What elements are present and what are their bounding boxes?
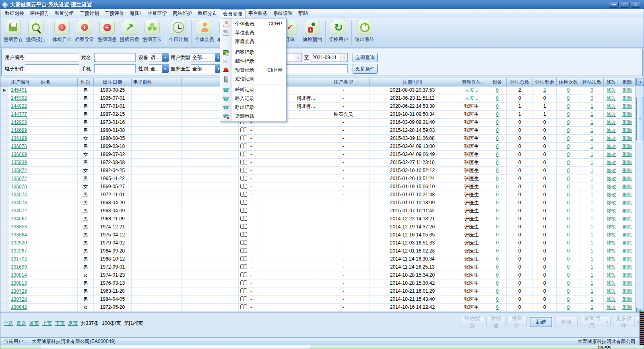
cell-user-id-link[interactable]: 130642 <box>11 304 27 310</box>
cell-assess-count[interactable]: 1 <box>580 175 604 183</box>
cell-device[interactable]: 0 <box>488 159 507 167</box>
cell-assess-count-link[interactable]: 1 <box>590 135 593 141</box>
cell-checkup-count-link[interactable]: 0 <box>567 216 570 222</box>
cell-user-id[interactable]: 130728 <box>9 296 39 304</box>
delete-link[interactable]: 删除 <box>622 152 632 157</box>
cell-device[interactable]: 0 <box>488 287 507 296</box>
cell-assess-count-link[interactable]: 1 <box>590 200 593 205</box>
cell-device-link[interactable]: 0 <box>496 200 499 205</box>
cell-device-link[interactable]: 0 <box>496 280 499 286</box>
delete-link[interactable]: 删除 <box>619 223 636 231</box>
cell-checkup-count-link[interactable]: 0 <box>567 119 570 125</box>
toolbar-item-慢病高危[interactable]: 慢病高危 <box>118 20 141 43</box>
cell-user-id[interactable]: 135872 <box>9 167 39 175</box>
cell-assess-count-link[interactable]: 0 <box>590 95 593 101</box>
cell-user-id[interactable]: 136070 <box>9 143 39 151</box>
modify-link[interactable]: 修改 <box>604 119 619 127</box>
table-row[interactable]: 136070男1969-03-18--2015-03-04 09:13:00张医… <box>0 143 636 151</box>
modify-link[interactable]: 修改 <box>604 199 619 207</box>
cell-device-link[interactable]: 0 <box>496 111 499 117</box>
cell-user-id-link[interactable]: 136070 <box>11 144 27 149</box>
cell-checkup-count[interactable]: 0 <box>557 304 580 312</box>
menubar-item-帮助[interactable]: 帮助 <box>295 9 311 18</box>
modify-link[interactable]: 修改 <box>604 247 619 255</box>
menu-item-档案记录[interactable]: 档案记录 <box>220 48 286 57</box>
cell-device-link[interactable]: 0 <box>496 152 499 157</box>
cell-user-id-link[interactable]: 130813 <box>11 280 27 286</box>
delete-link[interactable]: 删除 <box>622 216 632 222</box>
vertical-scrollbar[interactable]: ▲ ≡ ▼ <box>636 78 644 316</box>
cell-device[interactable]: 0 <box>488 255 507 263</box>
cell-user-id[interactable]: 142903 <box>9 119 39 127</box>
cell-device[interactable]: 0 <box>488 296 507 304</box>
delete-link[interactable]: 删除 <box>622 111 632 117</box>
modify-link[interactable]: 修改 <box>607 103 616 109</box>
cell-assess-count[interactable]: 1 <box>580 119 604 127</box>
cell-assess-count[interactable]: 1 <box>580 247 604 255</box>
delete-link[interactable]: 删除 <box>622 296 632 302</box>
toolbar-item-个体会员[interactable]: 个体会员 <box>193 20 216 43</box>
modify-link[interactable]: 修改 <box>607 280 616 286</box>
delete-link[interactable]: 删除 <box>622 95 632 101</box>
service-doctor-select[interactable]: 全部...▼ <box>191 64 222 73</box>
delete-link[interactable]: 删除 <box>622 176 632 181</box>
table-row[interactable]: 142689男1960-01-08--2015-12-28 14:59:03张医… <box>0 127 636 135</box>
cell-user-id[interactable]: 136199 <box>9 135 39 143</box>
table-row[interactable]: 135072男1965-11-22--2015-01-20 13:51:24张医… <box>0 175 636 183</box>
table-row[interactable]: 136069女1969-07-02--2015-03-04 09:06:49张医… <box>0 151 636 159</box>
sex-select[interactable]: 全...▼ <box>149 64 169 73</box>
cell-user-id-link[interactable]: 130814 <box>11 272 27 278</box>
cell-user-id[interactable]: 132520 <box>9 239 39 247</box>
menu-item-预警记录[interactable]: 预警记录Ctrl+W <box>220 66 286 74</box>
delete-link[interactable]: 删除 <box>619 127 636 135</box>
cell-checkup-count-link[interactable]: 0 <box>567 111 570 117</box>
modify-link[interactable]: 修改 <box>604 127 619 135</box>
cell-device-link[interactable]: 0 <box>496 103 499 109</box>
cell-checkup-count[interactable]: 0 <box>557 119 580 127</box>
cell-device[interactable]: 0 <box>488 119 507 127</box>
cell-device[interactable]: 0 <box>488 127 507 135</box>
cell-user-id-link[interactable]: 134067 <box>11 216 27 222</box>
delete-link[interactable]: 删除 <box>619 191 636 199</box>
modify-link[interactable]: 修改 <box>604 215 619 223</box>
table-row[interactable]: 134574男1972-11-01--2015-01-07 10:21:48张医… <box>0 191 636 199</box>
modify-link[interactable]: 修改 <box>607 240 616 246</box>
cell-checkup-count-link[interactable]: 0 <box>567 144 570 149</box>
cell-checkup-count[interactable]: 0 <box>557 111 580 119</box>
menu-item-呼叫记录[interactable]: 呼叫记录 <box>220 85 286 94</box>
modify-link[interactable]: 修改 <box>607 216 616 222</box>
cell-user-id-link[interactable]: 134574 <box>11 192 27 197</box>
device-select[interactable]: 请...▼ <box>149 53 169 62</box>
cell-assess-count-link[interactable]: 1 <box>590 264 593 270</box>
cell-checkup-count[interactable]: 0 <box>557 159 580 167</box>
cell-checkup-count[interactable]: 0 <box>557 199 580 207</box>
col-header-type[interactable]: 用户类型 <box>317 78 370 87</box>
cell-device[interactable]: 0 <box>488 263 507 271</box>
cell-assess-count[interactable]: 1 <box>580 255 604 263</box>
table-row[interactable]: 144777男1987-02-15-钻石会员2019-10-31 09:50:3… <box>0 111 636 119</box>
cell-device[interactable]: 0 <box>488 271 507 279</box>
cell-assess-count[interactable]: 1 <box>580 215 604 223</box>
cell-checkup-count[interactable]: 0 <box>557 255 580 263</box>
modify-link[interactable]: 修改 <box>607 168 616 173</box>
scroll-up-button[interactable]: ▲ <box>636 78 644 86</box>
cell-device[interactable]: 0 <box>488 191 507 199</box>
delete-link[interactable]: 删除 <box>619 135 636 143</box>
delete-link[interactable]: 删除 <box>619 175 636 183</box>
toolbar-item-健检预约[interactable]: 健检预约 <box>301 20 324 43</box>
cell-device-link[interactable]: 0 <box>496 304 499 310</box>
cell-assess-count[interactable]: 1 <box>580 111 604 119</box>
cell-checkup-count-link[interactable]: 0 <box>567 224 570 230</box>
cell-user-id[interactable]: 131702 <box>9 255 39 263</box>
delete-link[interactable]: 删除 <box>622 144 632 149</box>
cell-checkup-count[interactable]: 0 <box>557 279 580 287</box>
cell-device-link[interactable]: 0 <box>496 160 499 165</box>
pagination-全选[interactable]: 全选 <box>4 320 13 327</box>
menubar-item-网站维护[interactable]: 网站维护 <box>170 9 195 18</box>
cell-device-link[interactable]: 0 <box>496 224 499 230</box>
cell-checkup-count-link[interactable]: 0 <box>567 192 570 197</box>
cell-assess-count-link[interactable]: 1 <box>590 240 593 246</box>
cell-checkup-count[interactable]: 0 <box>557 135 580 143</box>
cell-checkup-count-link[interactable]: 0 <box>567 127 570 133</box>
cell-checkup-count-link[interactable]: 0 <box>567 264 570 270</box>
